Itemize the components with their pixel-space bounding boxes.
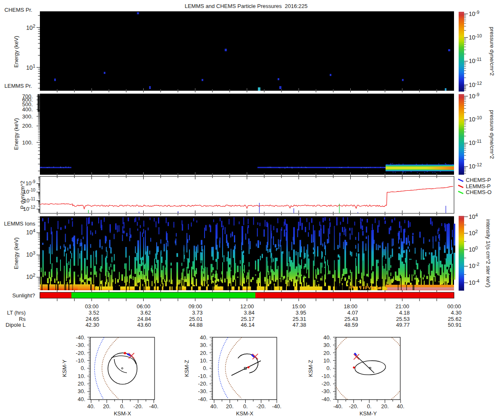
svg-text:25.62: 25.62 (448, 316, 462, 322)
svg-text:20.: 20. (381, 403, 388, 410)
svg-text:-20.: -20. (322, 381, 331, 387)
svg-text:-30.: -30. (76, 342, 85, 348)
svg-text:KSM-X: KSM-X (236, 410, 254, 417)
svg-text:10.: 10. (200, 357, 207, 364)
svg-text:3.62: 3.62 (140, 310, 151, 316)
svg-text:40.: 40. (210, 403, 218, 410)
svg-text:101: 101 (26, 63, 35, 71)
svg-text:3.52: 3.52 (89, 310, 99, 316)
svg-text:Energy (keV): Energy (keV) (13, 36, 19, 68)
svg-text:10-12: 10-12 (469, 162, 482, 170)
svg-text:CHEMS-P: CHEMS-P (466, 177, 491, 183)
svg-text:40.: 40. (323, 334, 331, 341)
svg-text:40.: 40. (87, 403, 95, 410)
svg-text:-40.: -40. (272, 403, 281, 410)
svg-text:20.: 20. (78, 381, 85, 387)
svg-text:-20.: -20. (198, 381, 207, 387)
svg-text:Dipole L: Dipole L (5, 322, 26, 328)
svg-text:20.: 20. (103, 403, 110, 410)
svg-text:20.: 20. (226, 403, 234, 410)
svg-text:10-11: 10-11 (24, 197, 36, 204)
svg-text:300.: 300. (22, 113, 33, 120)
svg-text:20.: 20. (323, 350, 331, 356)
svg-text:40.: 40. (200, 334, 207, 341)
svg-text:43.60: 43.60 (137, 322, 151, 328)
svg-text:25.53: 25.53 (396, 316, 410, 322)
svg-text:100.: 100. (22, 139, 33, 146)
svg-text:Energy (keV): Energy (keV) (13, 237, 19, 269)
svg-text:pressure dyne/cm^2: pressure dyne/cm^2 (489, 27, 495, 76)
svg-text:15:00: 15:00 (292, 303, 306, 310)
svg-text:pressure dyne/cm^2: pressure dyne/cm^2 (489, 110, 495, 159)
svg-text:-10.: -10. (198, 373, 207, 379)
svg-text:10.: 10. (323, 357, 331, 364)
svg-text:06:00: 06:00 (136, 303, 150, 310)
svg-text:104: 104 (26, 228, 35, 236)
svg-text:Sunlight?: Sunlight? (12, 292, 35, 299)
svg-text:40.: 40. (78, 396, 85, 402)
svg-text:4.18: 4.18 (399, 310, 410, 316)
svg-text:KSM-X: KSM-X (114, 410, 131, 417)
svg-text:10-11: 10-11 (469, 139, 482, 146)
svg-text:10-9: 10-9 (469, 92, 479, 100)
svg-text:00:00: 00:00 (447, 303, 461, 310)
svg-text:-40.: -40. (333, 403, 342, 410)
svg-text:4.07: 4.07 (347, 310, 358, 316)
svg-text:0.: 0. (326, 365, 331, 371)
svg-text:10.: 10. (78, 373, 85, 379)
svg-text:400.: 400. (22, 106, 33, 113)
svg-text:0.: 0. (243, 403, 248, 410)
svg-text:intensity 1/(s cm^2 ster keV): intensity 1/(s cm^2 ster keV) (485, 219, 491, 288)
svg-text:12:00: 12:00 (240, 303, 254, 310)
svg-text:48.59: 48.59 (344, 322, 358, 328)
svg-text:25.31: 25.31 (293, 316, 307, 322)
svg-text:102: 102 (26, 273, 35, 280)
svg-text:LEMMS Pr.: LEMMS Pr. (5, 83, 32, 89)
svg-text:LEMMS Ions: LEMMS Ions (4, 220, 36, 227)
svg-text:24.84: 24.84 (137, 316, 151, 322)
svg-text:-20.: -20. (134, 403, 143, 410)
svg-text:LEMMS-P: LEMMS-P (466, 183, 491, 189)
svg-text:10-12: 10-12 (23, 205, 35, 212)
svg-text:103: 103 (26, 250, 35, 258)
svg-text:25.43: 25.43 (344, 316, 358, 322)
svg-text:10-10: 10-10 (469, 115, 482, 123)
svg-text:CHEMS Pr.: CHEMS Pr. (5, 7, 32, 13)
svg-text:KSM-Y: KSM-Y (360, 410, 377, 417)
svg-text:Rs: Rs (19, 316, 26, 322)
svg-text:09:00: 09:00 (189, 303, 202, 310)
svg-text:102: 102 (469, 229, 478, 236)
svg-text:-10.: -10. (76, 357, 85, 364)
svg-text:102: 102 (26, 24, 35, 31)
svg-text:3.73: 3.73 (192, 310, 202, 316)
svg-text:KSM-Z: KSM-Z (184, 360, 190, 377)
svg-text:24.65: 24.65 (86, 316, 100, 322)
svg-text:10-2: 10-2 (469, 262, 479, 269)
svg-text:LT (hrs): LT (hrs) (7, 310, 26, 316)
svg-text:25.01: 25.01 (189, 316, 203, 322)
svg-text:-20.: -20. (349, 403, 358, 410)
svg-text:10-11: 10-11 (469, 57, 482, 64)
svg-text:-20.: -20. (76, 350, 85, 356)
svg-text:10-4: 10-4 (469, 278, 479, 286)
svg-text:KSM-Z: KSM-Z (307, 360, 314, 377)
svg-text:20.: 20. (200, 350, 207, 356)
svg-text:30.: 30. (323, 342, 331, 348)
svg-text:18:00: 18:00 (344, 303, 357, 310)
svg-text:CHEMS-O: CHEMS-O (466, 189, 491, 195)
svg-text:0.: 0. (203, 365, 207, 371)
svg-text:-30.: -30. (322, 388, 331, 394)
svg-text:42.30: 42.30 (86, 322, 100, 328)
svg-text:46.14: 46.14 (241, 322, 255, 328)
svg-text:47.38: 47.38 (293, 322, 307, 328)
svg-text:KSM-Y: KSM-Y (61, 360, 68, 377)
svg-text:10-10: 10-10 (469, 33, 482, 41)
svg-text:-10.: -10. (322, 373, 331, 379)
svg-text:-30.: -30. (198, 388, 207, 394)
svg-text:Energy (keV): Energy (keV) (13, 118, 19, 150)
svg-text:3.95: 3.95 (296, 310, 306, 316)
svg-text:10-9: 10-9 (26, 179, 36, 186)
svg-text:0.: 0. (120, 403, 125, 410)
svg-text:30.: 30. (200, 342, 207, 348)
svg-text:-40.: -40. (322, 396, 331, 402)
